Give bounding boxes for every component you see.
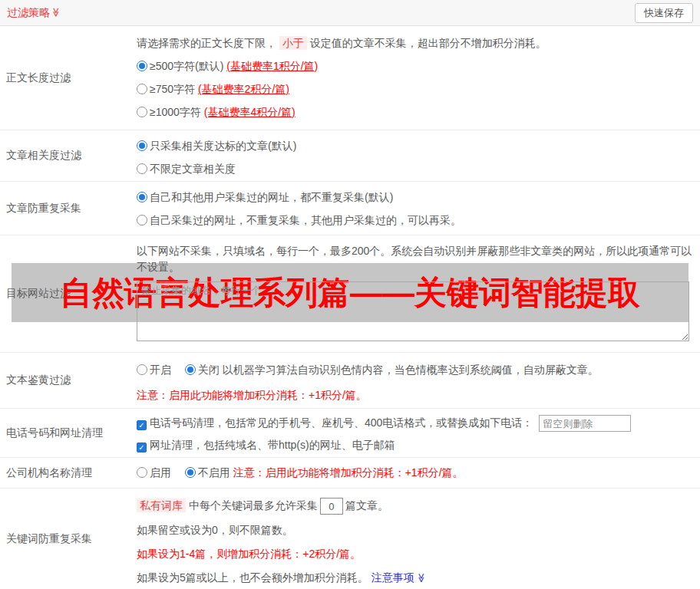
settings-row-length-filter: 正文长度过滤 请选择需求的正文长度下限， 小于 设定值的文章不采集，超出部分不增… [0, 26, 700, 130]
row-label: 电话号码和网址清理 [0, 409, 137, 457]
radio-relevance-any-icon[interactable] [137, 163, 147, 174]
radio-dedup-all-users-icon[interactable] [137, 192, 147, 202]
row-label: 公司机构名称清理 [0, 458, 137, 488]
radio-option-porn-on[interactable]: 开启 [137, 364, 171, 376]
radio-option-company-off[interactable]: 不启用 [185, 466, 230, 479]
chevron-down-icon: ≫ [412, 574, 428, 584]
radio-option-dedup-all-users[interactable]: 自己和其他用户采集过的网址，都不重复采集(默认) [137, 189, 695, 206]
row-label: 文本鉴黄过滤 [0, 353, 137, 408]
chevron-down-icon: ≫ [51, 7, 61, 17]
checkbox-url-clean-icon[interactable]: ✓ [137, 443, 147, 452]
section-title-filter-strategy[interactable]: 过滤策略≫ [7, 6, 61, 20]
radio-min750-icon[interactable] [137, 84, 147, 94]
radio-min1000-icon[interactable] [137, 107, 147, 117]
notes-link[interactable]: 注意事项≫ [371, 571, 426, 584]
settings-row-phone-url-clean: 电话号码和网址清理 ✓电话号码清理，包括常见的手机号、座机号、400电话格式，或… [0, 409, 700, 458]
settings-row-porn-filter: 文本鉴黄过滤 开启 关闭 以机器学习算法自动识别色情内容，当色情概率达到系统阈值… [0, 353, 700, 409]
company-clean-cost-note: 注意：启用此功能将增加积分消耗：+1积分/篇。 [233, 466, 464, 479]
checkbox-phone-clean-icon[interactable]: ✓ [137, 420, 147, 430]
cost-note-min750: (基础费率2积分/篇) [198, 83, 289, 95]
length-filter-intro: 请选择需求的正文长度下限， 小于 设定值的文章不采集，超出部分不增加积分消耗。 [137, 35, 695, 51]
radio-porn-off-icon[interactable] [185, 364, 196, 375]
radio-option-min1000[interactable]: ≥1000字符 (基础费率4积分/篇) [137, 104, 695, 120]
settings-row-keyword-dedup: 关键词防重复采集 私有词库 中每个关键词最多允许采集篇文章。 如果留空或设为0，… [0, 489, 700, 589]
keyword-dedup-line2: 如果留空或设为0，则不限篇数。 [137, 522, 695, 538]
radio-option-company-on[interactable]: 启用 [137, 466, 171, 479]
highlight-less-than: 小于 [279, 36, 307, 50]
settings-row-relevance-filter: 文章相关度过滤 只采集相关度达标的文章(默认) 不限定文章相关度 [0, 130, 700, 182]
keyword-dedup-line4: 如果设为5篇或以上，也不会额外增加积分消耗。 [137, 571, 368, 584]
radio-option-relevance-only[interactable]: 只采集相关度达标的文章(默认) [137, 138, 695, 154]
radio-option-min750[interactable]: ≥750字符 (基础费率2积分/篇) [137, 81, 695, 97]
radio-porn-on-icon[interactable] [137, 364, 147, 375]
cost-note-min500: (基础费率1积分/篇) [226, 60, 318, 72]
settings-row-dedup-collect: 文章防重复采集 自己和其他用户采集过的网址，都不重复采集(默认) 自己采集过的网… [0, 182, 700, 235]
row-label: 关键词防重复采集 [0, 489, 137, 589]
check-icon: ✓ [138, 417, 144, 433]
row-label: 文章防重复采集 [0, 182, 137, 235]
radio-dedup-self-only-icon[interactable] [137, 215, 147, 225]
quick-save-button[interactable]: 快速保存 [635, 3, 693, 23]
row-label: 文章相关度过滤 [0, 130, 137, 181]
radio-company-off-icon[interactable] [185, 467, 196, 478]
check-icon: ✓ [138, 439, 144, 456]
cost-note-min1000: (基础费率4积分/篇) [204, 106, 296, 118]
blocked-sites-textarea[interactable] [137, 281, 689, 341]
radio-option-dedup-self-only[interactable]: 自己采集过的网址，不重复采集，其他用户采集过的，可以再采。 [137, 212, 695, 229]
radio-option-relevance-any[interactable]: 不限定文章相关度 [137, 161, 695, 177]
checkbox-option-phone-clean[interactable]: ✓电话号码清理，包括常见的手机号、座机号、400电话格式，或替换成如下电话： [137, 416, 536, 429]
checkbox-option-url-clean[interactable]: ✓网址清理，包括纯域名、带http(s)的网址、电子邮箱 [137, 437, 695, 453]
radio-min500-icon[interactable] [137, 61, 147, 71]
header-bar: 过滤策略≫ 快速保存 [0, 0, 700, 26]
section-title-text: 过滤策略 [7, 6, 50, 18]
row-label: 正文长度过滤 [0, 26, 137, 130]
replace-phone-input[interactable] [539, 415, 631, 432]
radio-option-min500[interactable]: ≥500字符(默认) (基础费率1积分/篇) [137, 58, 695, 74]
settings-row-company-clean: 公司机构名称清理 启用 不启用 注意：启用此功能将增加积分消耗：+1积分/篇。 [0, 458, 700, 489]
radio-relevance-only-icon[interactable] [137, 140, 147, 151]
porn-filter-desc: 以机器学习算法自动识别色情内容，当色情概率达到系统阈值，自动屏蔽文章。 [223, 364, 599, 376]
radio-company-on-icon[interactable] [137, 467, 147, 478]
radio-option-porn-off[interactable]: 关闭 [185, 364, 220, 376]
max-articles-per-keyword-input[interactable] [320, 498, 343, 515]
porn-filter-cost-note: 注意：启用此功能将增加积分消耗：+1积分/篇。 [137, 387, 695, 403]
keyword-dedup-cost-note: 如果设为1-4篇，则增加积分消耗：+2积分/篇。 [137, 546, 695, 562]
private-lexicon-link[interactable]: 私有词库 [137, 499, 186, 512]
